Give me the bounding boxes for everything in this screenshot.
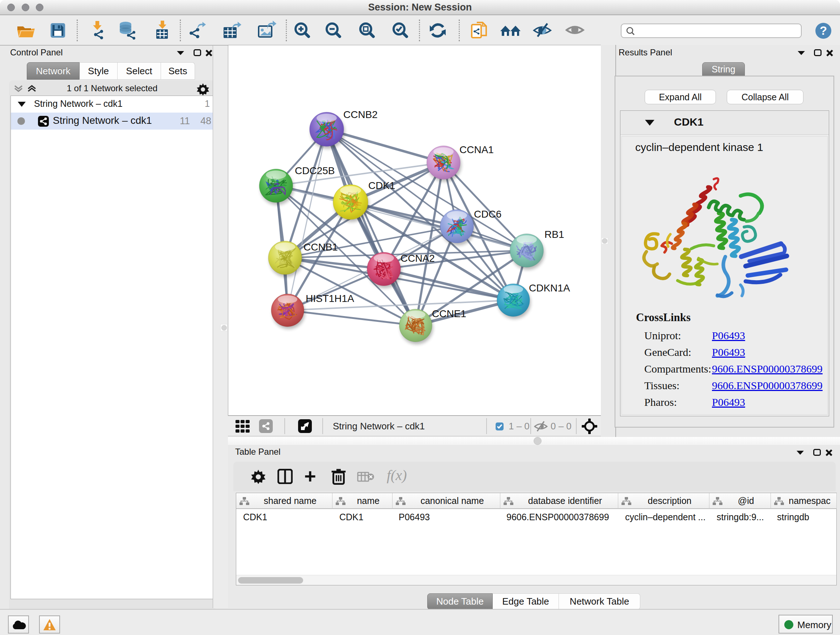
svg-text:CDC25B: CDC25B [295, 165, 335, 176]
svg-text:CDK1: CDK1 [368, 180, 395, 191]
svg-text:CCNA1: CCNA1 [459, 144, 494, 155]
svg-text:HIST1H1A: HIST1H1A [306, 293, 354, 304]
svg-text:CCNB1: CCNB1 [303, 241, 338, 253]
svg-text:CDC6: CDC6 [474, 209, 501, 220]
svg-text:CDKN1A: CDKN1A [529, 282, 570, 294]
svg-text:CCNE1: CCNE1 [432, 308, 466, 319]
svg-text:CCNB2: CCNB2 [343, 109, 378, 120]
svg-text:RB1: RB1 [545, 229, 564, 240]
svg-text:CCNA2: CCNA2 [401, 253, 435, 264]
